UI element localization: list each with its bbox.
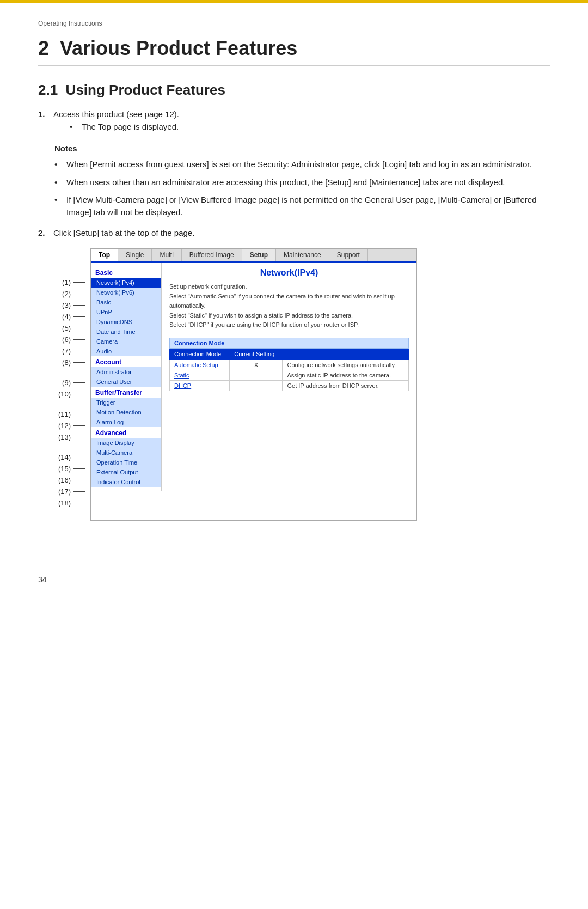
note-2: When users other than an administrator a… xyxy=(54,176,550,189)
step-2-list: 2. Click [Setup] tab at the top of the p… xyxy=(38,228,550,237)
label-1: (1) xyxy=(54,277,85,288)
step-1-content: Access this product (see page 12). The T… xyxy=(53,109,550,134)
notes-section: Notes When [Permit access from guest use… xyxy=(54,144,550,218)
sidebar-item-dynamicdns[interactable]: DynamicDNS xyxy=(91,317,161,327)
label-2: (2) xyxy=(54,288,85,300)
step-2-text: Click [Setup] tab at the top of the page… xyxy=(53,228,194,237)
step-1: 1. Access this product (see page 12). Th… xyxy=(38,109,550,134)
sidebar-section-buffer: Buffer/Transfer xyxy=(91,387,161,398)
step-2-number: 2. xyxy=(38,228,48,237)
row-automatic-setup: Automatic Setup X Configure network sett… xyxy=(170,359,409,370)
label-11: (11) xyxy=(54,408,85,420)
row-static: Static Assign static IP address to the c… xyxy=(170,370,409,380)
tab-maintenance[interactable]: Maintenance xyxy=(276,249,329,261)
label-10: (10) xyxy=(54,388,85,400)
steps-list: 1. Access this product (see page 12). Th… xyxy=(38,109,550,134)
sidebar-item-external-output[interactable]: External Output xyxy=(91,467,161,477)
ui-body: Basic Network(IPv4) Network(IPv6) Basic … xyxy=(91,263,416,491)
cell-dhcp-name[interactable]: DHCP xyxy=(170,380,230,391)
step-1-bullets: The Top page is displayed. xyxy=(70,122,550,131)
note-3-text: If [View Multi-Camera page] or [View Buf… xyxy=(66,194,550,218)
note-1-text: When [Permit access from guest users] is… xyxy=(66,158,532,171)
label-12: (12) xyxy=(54,420,85,431)
label-18: (18) xyxy=(54,497,85,509)
step-1-text: Access this product (see page 12). xyxy=(53,109,179,119)
sidebar-item-indicator-control[interactable]: Indicator Control xyxy=(91,477,161,487)
sidebar-item-network-ipv6[interactable]: Network(IPv6) xyxy=(91,288,161,297)
sidebar-item-alarm-log[interactable]: Alarm Log xyxy=(91,417,161,427)
cell-dhcp-current xyxy=(230,380,283,391)
sidebar-section-advanced: Advanced xyxy=(91,427,161,438)
cell-automatic-setup-name[interactable]: Automatic Setup xyxy=(170,359,230,370)
notes-list: When [Permit access from guest users] is… xyxy=(54,158,550,218)
row-dhcp: DHCP Get IP address from DHCP server. xyxy=(170,380,409,391)
cell-static-name[interactable]: Static xyxy=(170,370,230,380)
sidebar-item-camera[interactable]: Camera xyxy=(91,337,161,346)
network-description: Set up network configuration. Select "Au… xyxy=(169,282,409,330)
tab-buffered-image[interactable]: Buffered Image xyxy=(182,249,242,261)
sidebar-item-network-ipv4[interactable]: Network(IPv4) xyxy=(91,278,161,288)
numbered-labels: (1) (2) (3) (4) (5) (6) xyxy=(54,277,85,509)
col-header-desc xyxy=(283,348,409,359)
cell-automatic-setup-desc: Configure network settings automatically… xyxy=(283,359,409,370)
step-1-number: 1. xyxy=(38,109,48,119)
label-3: (3) xyxy=(54,300,85,311)
note-3: If [View Multi-Camera page] or [View Buf… xyxy=(54,194,550,218)
sidebar-item-administrator[interactable]: Administrator xyxy=(91,367,161,377)
tab-setup[interactable]: Setup xyxy=(242,249,276,261)
sidebar-item-audio[interactable]: Audio xyxy=(91,346,161,356)
notes-title: Notes xyxy=(54,144,550,153)
network-ipv4-title: Network(IPv4) xyxy=(169,268,409,278)
col-header-mode: Connection Mode xyxy=(170,348,230,359)
main-content-area: Network(IPv4) Set up network configurati… xyxy=(162,263,416,491)
sidebar-item-date-time[interactable]: Date and Time xyxy=(91,327,161,337)
tab-support[interactable]: Support xyxy=(329,249,368,261)
step-1-bullet-1-text: The Top page is displayed. xyxy=(82,122,179,131)
label-8: (8) xyxy=(54,357,85,368)
sidebar-item-basic[interactable]: Basic xyxy=(91,297,161,307)
sidebar-section-account: Account xyxy=(91,356,161,367)
sidebar-item-general-user[interactable]: General User xyxy=(91,377,161,387)
label-17: (17) xyxy=(54,486,85,497)
cell-static-current xyxy=(230,370,283,380)
label-13: (13) xyxy=(54,431,85,443)
sidebar-item-operation-time[interactable]: Operation Time xyxy=(91,457,161,467)
cell-static-desc: Assign static IP address to the camera. xyxy=(283,370,409,380)
page-number: 34 xyxy=(38,575,550,584)
label-16: (16) xyxy=(54,474,85,486)
sidebar-item-motion-detection[interactable]: Motion Detection xyxy=(91,407,161,417)
sidebar: Basic Network(IPv4) Network(IPv6) Basic … xyxy=(91,263,162,491)
label-7: (7) xyxy=(54,345,85,357)
section-title: 2.1 Using Product Features xyxy=(38,82,550,99)
breadcrumb: Operating Instructions xyxy=(38,20,550,27)
col-header-current: Current Setting xyxy=(230,348,283,359)
ui-screenshot: Top Single Multi Buffered Image Setup Ma… xyxy=(90,248,417,521)
note-1: When [Permit access from guest users] is… xyxy=(54,158,550,171)
label-4: (4) xyxy=(54,311,85,322)
chapter-title: 2 Various Product Features xyxy=(38,37,550,66)
connection-mode-table: Connection Mode Connection Mode Current … xyxy=(169,338,409,391)
tab-multi[interactable]: Multi xyxy=(152,249,181,261)
step-2-content: Click [Setup] tab at the top of the page… xyxy=(53,228,550,237)
sidebar-item-trigger[interactable]: Trigger xyxy=(91,398,161,407)
screenshot-wrapper: (1) (2) (3) (4) (5) (6) xyxy=(54,248,550,521)
sidebar-section-basic: Basic xyxy=(91,267,161,278)
sidebar-item-image-display[interactable]: Image Display xyxy=(91,438,161,448)
label-6: (6) xyxy=(54,334,85,345)
label-5: (5) xyxy=(54,322,85,334)
label-14: (14) xyxy=(54,452,85,463)
label-15: (15) xyxy=(54,463,85,474)
sidebar-item-multi-camera[interactable]: Multi-Camera xyxy=(91,448,161,457)
page-number-wrapper: 34 xyxy=(0,553,588,595)
tab-bar: Top Single Multi Buffered Image Setup Ma… xyxy=(91,249,416,263)
label-9: (9) xyxy=(54,377,85,388)
tab-single[interactable]: Single xyxy=(118,249,152,261)
sidebar-item-upnp[interactable]: UPnP xyxy=(91,307,161,317)
cell-automatic-setup-current: X xyxy=(230,359,283,370)
cell-dhcp-desc: Get IP address from DHCP server. xyxy=(283,380,409,391)
tab-top[interactable]: Top xyxy=(91,249,118,261)
step-1-bullet-1: The Top page is displayed. xyxy=(70,122,550,131)
step-2: 2. Click [Setup] tab at the top of the p… xyxy=(38,228,550,237)
connection-mode-section-header: Connection Mode xyxy=(170,338,409,348)
note-2-text: When users other than an administrator a… xyxy=(66,176,505,189)
